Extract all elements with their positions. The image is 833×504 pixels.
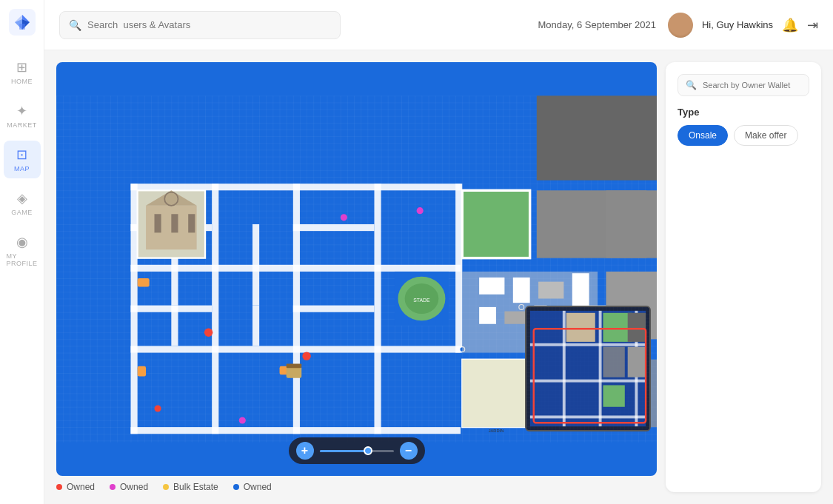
svg-point-49 (417, 207, 424, 214)
legend-dot-blue (233, 484, 239, 490)
search-input[interactable] (87, 19, 331, 30)
home-icon: ⊞ (16, 59, 27, 75)
svg-point-45 (204, 328, 213, 336)
filter-search-icon: 🔍 (686, 80, 697, 90)
svg-text:STADE: STADE (413, 298, 430, 303)
sidebar-item-market[interactable]: ✦ MARKET (4, 97, 41, 135)
svg-rect-13 (212, 184, 218, 434)
sidebar-item-game[interactable]: ◈ GAME (4, 184, 41, 222)
zoom-out-button[interactable]: − (400, 442, 418, 460)
svg-rect-40 (606, 190, 657, 258)
svg-rect-66 (287, 363, 302, 368)
type-buttons: Onsale Make offer (678, 125, 809, 146)
svg-rect-65 (287, 366, 302, 378)
svg-rect-1 (19, 24, 25, 30)
svg-rect-80 (628, 313, 646, 342)
sidebar-logo[interactable] (9, 9, 36, 36)
legend-label: Owned (244, 482, 272, 492)
search-bar[interactable]: 🔍 (59, 11, 341, 39)
header: 🔍 Monday, 6 September 2021 Hi, Guy Hawki… (44, 0, 833, 50)
content-area: STADE JARDIN (44, 50, 833, 504)
svg-rect-79 (603, 347, 625, 377)
legend-item-blue: Owned (233, 482, 272, 492)
market-icon: ✦ (16, 103, 27, 119)
zoom-slider-fill (320, 450, 368, 452)
sidebar-item-map[interactable]: ⊡ MAP (4, 141, 41, 178)
sidebar-item-label: MAP (14, 165, 30, 172)
legend-dot-pink (110, 484, 116, 490)
map-wrapper: STADE JARDIN (56, 62, 657, 492)
svg-rect-39 (537, 95, 657, 180)
user-greeting: Hi, Guy Hawkins (702, 19, 773, 30)
map-icon: ⊡ (16, 147, 27, 163)
svg-rect-77 (603, 385, 625, 406)
user-section: Hi, Guy Hawkins 🔔 ⇥ (668, 13, 818, 38)
svg-rect-57 (572, 273, 589, 307)
svg-rect-78 (566, 313, 595, 342)
svg-rect-55 (513, 278, 530, 303)
svg-rect-12 (131, 184, 138, 434)
game-icon: ◈ (17, 190, 27, 206)
legend-label: Owned (120, 482, 148, 492)
legend-item-yellow: Bulk Estate (163, 482, 218, 492)
filter-type-label: Type (678, 107, 809, 118)
svg-rect-81 (628, 347, 646, 377)
zoom-slider-track[interactable] (320, 450, 394, 452)
svg-rect-70 (530, 343, 646, 346)
svg-point-50 (239, 417, 246, 423)
filter-search-bar[interactable]: 🔍 (678, 74, 809, 96)
svg-rect-43 (138, 366, 146, 377)
svg-rect-59 (504, 312, 526, 324)
svg-rect-54 (479, 278, 504, 295)
profile-icon: ◉ (16, 234, 28, 250)
svg-rect-76 (603, 313, 632, 342)
svg-rect-71 (530, 380, 646, 383)
legend-dot-red (56, 484, 62, 490)
svg-rect-72 (530, 415, 646, 418)
svg-rect-28 (462, 190, 529, 258)
onsale-button[interactable]: Onsale (678, 125, 728, 146)
legend-dot-yellow (163, 484, 169, 490)
svg-point-47 (155, 405, 161, 411)
filter-search-input[interactable] (703, 81, 801, 90)
legend-item-pink: Owned (110, 482, 148, 492)
svg-rect-11 (293, 306, 375, 312)
svg-rect-20 (252, 306, 259, 346)
svg-text:JARDIN: JARDIN (489, 429, 504, 433)
sidebar-item-label: GAME (11, 209, 33, 216)
sidebar-item-home[interactable]: ⊞ HOME (4, 53, 41, 91)
svg-rect-14 (293, 184, 300, 434)
notification-icon[interactable]: 🔔 (782, 17, 798, 33)
search-icon: 🔍 (69, 19, 81, 31)
sidebar-item-label: MY PROFILE (7, 252, 38, 267)
zoom-control: + − (289, 437, 425, 464)
sidebar-item-label: HOME (11, 78, 33, 85)
svg-rect-15 (374, 184, 381, 434)
svg-rect-19 (171, 306, 178, 346)
svg-rect-18 (252, 224, 259, 306)
svg-rect-26 (188, 214, 195, 232)
make-offer-button[interactable]: Make offer (734, 125, 797, 146)
sidebar: ⊞ HOME ✦ MARKET ⊡ MAP ◈ GAME ◉ MY PROFIL… (0, 0, 44, 504)
zoom-in-button[interactable]: + (296, 442, 314, 460)
date-display: Monday, 6 September 2021 (538, 19, 655, 30)
main-content: 🔍 Monday, 6 September 2021 Hi, Guy Hawki… (44, 0, 833, 504)
zoom-slider-thumb[interactable] (364, 446, 372, 455)
legend: Owned Owned Bulk Estate Owned (56, 476, 657, 492)
svg-rect-9 (293, 224, 375, 231)
sidebar-item-label: MARKET (7, 121, 37, 129)
svg-rect-42 (138, 278, 150, 286)
svg-point-46 (302, 352, 310, 360)
legend-label: Bulk Estate (173, 482, 218, 492)
logout-icon[interactable]: ⇥ (807, 17, 818, 33)
right-panel: 🔍 Type Onsale Make offer (666, 62, 821, 492)
legend-label: Owned (67, 482, 95, 492)
svg-rect-63 (462, 360, 529, 427)
svg-rect-24 (155, 214, 161, 232)
avatar (668, 13, 693, 38)
map-container[interactable]: STADE JARDIN (56, 62, 657, 476)
svg-rect-58 (479, 307, 496, 324)
filter-card: 🔍 Type Onsale Make offer (666, 62, 821, 492)
sidebar-item-myprofile[interactable]: ◉ MY PROFILE (4, 228, 41, 273)
svg-point-48 (341, 214, 347, 221)
